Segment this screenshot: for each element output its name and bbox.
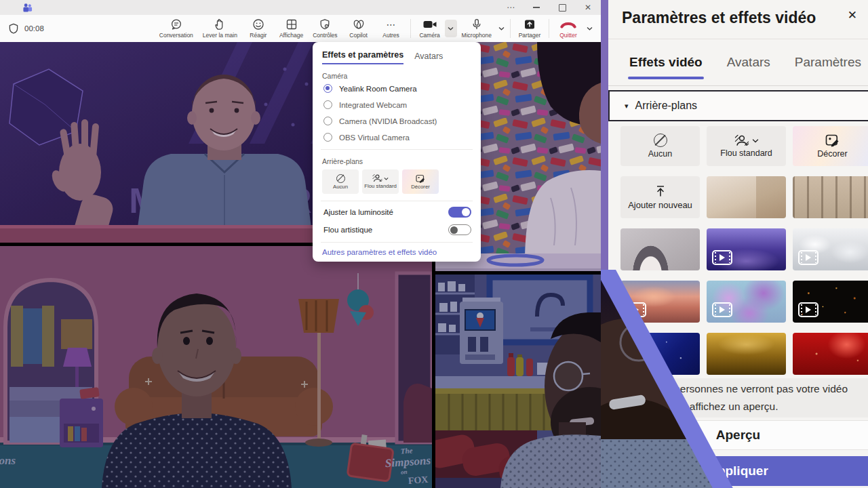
brightness-toggle[interactable] bbox=[448, 207, 471, 218]
background-blur-button[interactable]: Flou standard bbox=[362, 169, 399, 194]
leave-dropdown-chevron[interactable] bbox=[583, 20, 595, 37]
radio-icon bbox=[323, 133, 332, 142]
microphone-button[interactable]: Microphone bbox=[457, 15, 496, 42]
panel-header: Paramètres et effets vidéo ✕ bbox=[608, 0, 868, 39]
backgrounds-section-header[interactable]: ▾ Arrière-plans bbox=[608, 90, 868, 121]
copilot-icon bbox=[353, 18, 365, 30]
background-thumbnail[interactable] bbox=[707, 333, 786, 375]
video-grid: MASTER bbox=[0, 42, 601, 488]
microphone-dropdown-chevron[interactable] bbox=[495, 20, 507, 37]
meeting-toolbar: 00:08 Conversation Le bbox=[0, 15, 601, 43]
camera-option-yealink[interactable]: Yealink Room Camera bbox=[323, 84, 471, 93]
teams-meeting-screen: ⋯ ✕ 00:08 bbox=[0, 0, 868, 488]
background-thumbnail[interactable] bbox=[707, 228, 786, 270]
background-thumbnail[interactable] bbox=[620, 228, 700, 270]
background-blur-button[interactable]: Flou standard bbox=[707, 126, 786, 166]
panel-title: Paramètres et effets vidéo bbox=[622, 9, 816, 27]
raise-hand-icon bbox=[214, 18, 226, 30]
chevron-down-icon bbox=[752, 138, 759, 143]
collapse-arrow-icon: ▾ bbox=[625, 102, 629, 110]
tab-avatars[interactable]: Avatars bbox=[727, 55, 770, 70]
camera-section-label: Caméra bbox=[322, 72, 471, 80]
background-thumbnail[interactable] bbox=[793, 333, 868, 375]
microphone-icon bbox=[471, 18, 483, 30]
camera-option-nvidia[interactable]: Camera (NVIDIA Broadcast) bbox=[323, 117, 471, 125]
toolbar-divider bbox=[549, 19, 549, 38]
blur-person-icon bbox=[372, 174, 382, 182]
window-more-button[interactable]: ⋯ bbox=[498, 0, 524, 15]
background-thumbnail[interactable] bbox=[793, 176, 868, 218]
popup-tab-avatars[interactable]: Avatars bbox=[414, 52, 443, 64]
window-titlebar[interactable]: ⋯ ✕ bbox=[0, 0, 601, 15]
controls-button[interactable]: Contrôles bbox=[308, 15, 342, 42]
preview-notice: tres personnes ne verront pas votre vidé… bbox=[608, 378, 868, 418]
popup-tab-effets-et-parametres[interactable]: Effets et paramètres bbox=[322, 50, 403, 64]
blur-person-icon bbox=[734, 135, 749, 146]
video-tile-man-glasses[interactable] bbox=[435, 274, 601, 488]
artistic-blur-toggle[interactable] bbox=[448, 224, 471, 235]
close-icon: ✕ bbox=[585, 3, 591, 12]
tab-parametres[interactable]: Paramètres bbox=[795, 55, 861, 70]
background-none-button[interactable]: Aucun bbox=[620, 126, 700, 166]
panel-accent-strip bbox=[601, 0, 608, 488]
video-background-icon bbox=[626, 354, 646, 369]
share-button[interactable]: Partager bbox=[513, 15, 546, 42]
chat-button[interactable]: Conversation bbox=[155, 15, 198, 42]
background-thumbnail[interactable] bbox=[620, 333, 700, 375]
leave-button[interactable]: Quitter bbox=[552, 15, 585, 42]
layout-grid-icon bbox=[285, 18, 298, 30]
popup-background-buttons: Aucun Flou standard bbox=[322, 169, 471, 194]
teams-window: ⋯ ✕ 00:08 bbox=[0, 0, 601, 488]
preview-button[interactable]: Aperçu bbox=[608, 420, 868, 450]
video-settings-panel: Paramètres et effets vidéo ✕ Effets vidé… bbox=[601, 0, 868, 488]
video-background-icon bbox=[626, 302, 646, 317]
hang-up-icon bbox=[560, 18, 576, 30]
background-none-button[interactable]: Aucun bbox=[322, 169, 359, 194]
toolbar-divider bbox=[410, 19, 411, 38]
window-minimize-button[interactable] bbox=[524, 0, 549, 15]
camera-option-obs[interactable]: OBS Virtual Camera bbox=[323, 133, 471, 142]
react-button[interactable]: Réagir bbox=[242, 15, 275, 42]
background-thumbnail[interactable] bbox=[793, 228, 868, 270]
video-tile-smiling-woman[interactable]: The Simpsons on FOX Simpsons FOX bbox=[0, 246, 432, 488]
backgrounds-section-label: Arrière-plans bbox=[322, 157, 471, 165]
window-close-button[interactable]: ✕ bbox=[575, 0, 601, 15]
panel-close-button[interactable]: ✕ bbox=[848, 8, 857, 22]
background-thumbnail[interactable] bbox=[707, 176, 786, 218]
chat-bubble-icon bbox=[170, 18, 182, 30]
view-button[interactable]: Affichage bbox=[275, 15, 308, 42]
divider bbox=[321, 242, 473, 243]
background-thumbnail[interactable] bbox=[620, 281, 700, 323]
chevron-down-icon bbox=[448, 26, 454, 30]
window-maximize-button[interactable] bbox=[549, 0, 575, 15]
background-decorate-button[interactable]: Décorer bbox=[402, 169, 439, 194]
tab-effets-video[interactable]: Effets vidéo bbox=[629, 55, 703, 70]
share-screen-icon bbox=[524, 18, 536, 30]
divider bbox=[321, 201, 473, 201]
add-new-background-button[interactable]: Ajouter nouveau bbox=[620, 176, 700, 218]
camera-dropdown-chevron[interactable] bbox=[445, 20, 457, 37]
video-background-icon bbox=[712, 250, 732, 265]
popup-tabs: Effets et paramètres Avatars bbox=[322, 50, 471, 64]
more-button[interactable]: ⋯ Autres bbox=[375, 15, 408, 42]
decorate-image-pencil-icon bbox=[825, 134, 840, 147]
toolbar-buttons: Conversation Lever la main Réagir bbox=[155, 15, 601, 42]
copilot-button[interactable]: Copilot bbox=[342, 15, 375, 42]
video-background-icon bbox=[712, 302, 732, 317]
video-background-icon bbox=[798, 250, 818, 265]
timer-value: 00:08 bbox=[24, 24, 44, 33]
apply-button[interactable]: Appliquer bbox=[608, 456, 868, 486]
upload-arrow-icon bbox=[654, 185, 667, 197]
toolbar-divider bbox=[510, 19, 511, 38]
shield-icon bbox=[8, 23, 19, 34]
background-thumbnail[interactable] bbox=[707, 281, 786, 323]
meeting-timer: 00:08 bbox=[8, 23, 44, 34]
camera-option-integrated[interactable]: Integrated Webcam bbox=[323, 100, 471, 109]
background-decorate-button[interactable]: Décorer bbox=[793, 126, 868, 166]
divider bbox=[321, 149, 473, 150]
minimize-icon bbox=[533, 7, 540, 7]
background-thumbnail[interactable] bbox=[793, 281, 868, 323]
camera-button[interactable]: Caméra bbox=[414, 15, 446, 42]
raise-hand-button[interactable]: Lever la main bbox=[198, 15, 242, 42]
more-video-settings-link[interactable]: Autres paramètres et effets vidéo bbox=[322, 248, 471, 256]
